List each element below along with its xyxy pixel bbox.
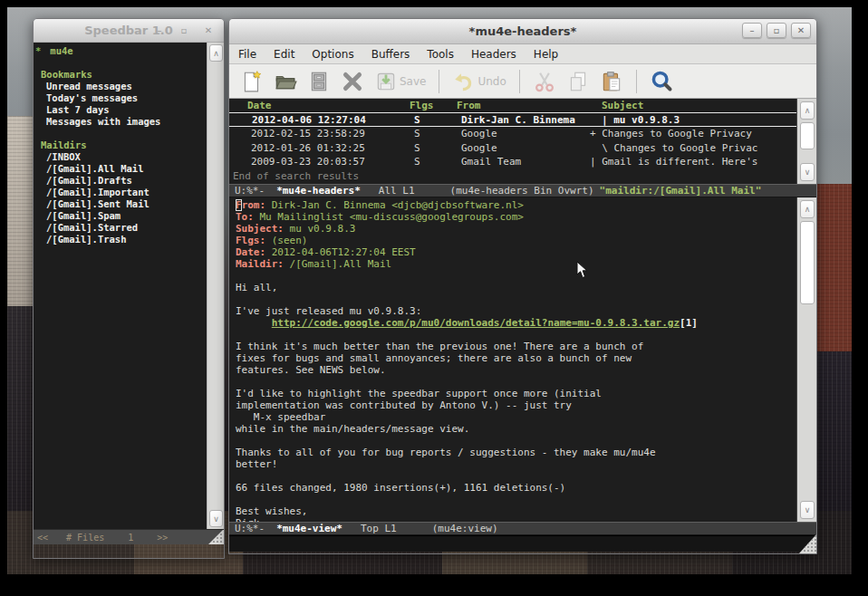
body-line: Best wishes, [236, 505, 795, 517]
expand-star-icon[interactable]: * [35, 45, 41, 56]
speedbar-item[interactable]: Unread messages [34, 81, 207, 92]
menu-item-help[interactable]: Help [534, 48, 558, 61]
row-from: Google [461, 141, 497, 156]
cut-icon [533, 70, 556, 93]
speedbar-item[interactable]: /INBOX [34, 151, 207, 163]
scrollbar-thumb[interactable] [800, 221, 815, 304]
header-row[interactable]: 2012-04-06 12:27:04SDirk-Jan C. Binnema|… [229, 113, 816, 128]
resize-grip[interactable] [208, 529, 224, 544]
speedbar-scrollbar[interactable]: ∧ ∨ [207, 43, 224, 529]
header-row[interactable]: 2012-02-15 23:58:29SGoogle+ Changes to G… [229, 127, 816, 141]
headers-scrollbar[interactable]: ∧ ∨ [796, 99, 816, 184]
speedbar-item[interactable]: /[Gmail].All Mail [34, 163, 207, 175]
view-modeline: U:%*-*mu4e-view*Top L1(mu4e:view) [229, 522, 816, 535]
emacs-window: *mu4e-headers* – ▫ ✕ FileEditOptionsBuff… [228, 18, 817, 554]
scroll-down-icon[interactable]: ∨ [800, 501, 815, 519]
menu-item-headers[interactable]: Headers [471, 48, 516, 61]
row-from: Dirk-Jan C. Binnema [461, 113, 575, 128]
speedbar-next-button[interactable]: >> [157, 533, 168, 543]
maximize-button[interactable]: ▫ [767, 23, 786, 38]
field-label: From: [236, 199, 265, 211]
undo-button[interactable]: Undo [452, 70, 506, 93]
minimize-button[interactable]: – [742, 23, 762, 38]
menu-item-file[interactable]: File [238, 48, 256, 61]
menu-item-options[interactable]: Options [312, 48, 353, 61]
undo-icon [452, 70, 476, 93]
field-value: 2012-04-06T12:27:04 EEST [265, 246, 416, 258]
close-buffer-button[interactable] [341, 70, 364, 93]
copy-button[interactable] [566, 70, 590, 93]
speedbar-item[interactable]: /[Gmail].Spam [34, 210, 207, 222]
file-cabinet-button[interactable] [307, 70, 331, 93]
field-label: Subject: [236, 223, 284, 235]
modeline-position: All L1 [379, 185, 415, 197]
column-from[interactable]: From [457, 99, 481, 113]
toolbar-separator [439, 70, 439, 93]
body-line: while in the main/headers/message view. [236, 423, 795, 435]
menu-item-buffers[interactable]: Buffers [371, 48, 410, 61]
scroll-up-icon[interactable]: ∧ [800, 101, 815, 120]
screen: Speedbar 1.0 – ▫ ✕ *mu4e BookmarksUnread… [0, 0, 868, 596]
cut-button[interactable] [533, 70, 556, 93]
field-label: Maildir: [236, 258, 284, 270]
close-button[interactable]: ✕ [791, 23, 811, 38]
column-subject[interactable]: Subject [602, 99, 643, 113]
body-line [236, 270, 795, 282]
body-line [236, 293, 795, 305]
speedbar-item[interactable]: /[Gmail].Starred [34, 222, 207, 234]
speedbar-item[interactable]: /[Gmail].Trash [34, 234, 207, 245]
column-date[interactable]: Date [247, 99, 272, 113]
save-button[interactable]: Save [374, 70, 426, 93]
scrollbar-thumb[interactable] [800, 122, 815, 149]
open-folder-button[interactable] [274, 70, 297, 93]
scroll-up-icon[interactable]: ∧ [209, 44, 223, 62]
field-label: To: [236, 211, 254, 223]
message-scrollbar[interactable]: ∧ ∨ [796, 197, 816, 522]
speedbar-root-mu4e[interactable]: *mu4e [34, 45, 207, 57]
link-indent [236, 317, 272, 329]
maximize-button[interactable]: ▫ [174, 23, 194, 38]
speedbar-files-label[interactable]: # Files [66, 533, 104, 543]
speedbar-item[interactable]: /[Gmail].Important [34, 187, 207, 198]
menu-item-edit[interactable]: Edit [274, 48, 294, 61]
speedbar-item[interactable]: /[Gmail].Sent Mail [34, 198, 207, 210]
field-value: mu v0.9.8.3 [284, 223, 355, 235]
scroll-down-icon[interactable]: ∨ [800, 163, 815, 181]
toolbar-separator [636, 70, 637, 93]
scroll-up-icon[interactable]: ∧ [800, 200, 815, 218]
modeline-modes: (mu4e-headers Bin Ovwrt) [450, 185, 594, 197]
speedbar-content: *mu4e BookmarksUnread messagesToday's me… [34, 43, 207, 529]
speedbar-heading-maildirs: Maildirs [34, 139, 207, 151]
blank-line [34, 57, 207, 69]
message-link[interactable]: http://code.google.com/p/mu0/downloads/d… [272, 317, 680, 329]
speedbar-prev-button[interactable]: << [37, 533, 48, 543]
emacs-titlebar[interactable]: *mu4e-headers* – ▫ ✕ [229, 19, 816, 44]
copy-icon [566, 70, 590, 93]
menu-item-tools[interactable]: Tools [427, 48, 454, 61]
echo-area[interactable] [229, 535, 816, 552]
search-button[interactable] [650, 69, 675, 94]
scroll-down-icon[interactable]: ∨ [209, 510, 223, 527]
message-field: From: Dirk-Jan C. Binnema <djcb@djcbsoft… [236, 199, 795, 211]
header-row[interactable]: 2012-01-26 01:32:25SGoogle \ Changes to … [229, 141, 816, 156]
undo-label: Undo [477, 75, 506, 88]
column-flags[interactable]: Flgs [410, 99, 434, 113]
body-line: Dirk. [236, 517, 795, 522]
message-field: Date: 2012-04-06T12:27:04 EEST [236, 246, 795, 258]
row-date: 2009-03-23 20:03:57 [251, 155, 365, 169]
speedbar-item[interactable]: Messages with images [34, 116, 207, 128]
speedbar-item[interactable]: /[Gmail].Drafts [34, 175, 207, 187]
row-subject: | Gmail is different. Here's [590, 155, 757, 169]
speedbar-titlebar[interactable]: Speedbar 1.0 – ▫ ✕ [34, 19, 224, 43]
body-line: better! [236, 458, 795, 470]
new-file-button[interactable] [240, 70, 264, 93]
speedbar-item[interactable]: Last 7 days [34, 104, 207, 116]
row-flags: S [414, 113, 420, 128]
paste-button[interactable] [600, 70, 623, 93]
header-row[interactable]: 2009-03-23 20:03:57SGmail Team| Gmail is… [229, 155, 816, 169]
close-button[interactable]: ✕ [198, 23, 218, 38]
speedbar-item[interactable]: Today's messages [34, 92, 207, 104]
body-line [236, 470, 795, 482]
minimize-button[interactable]: – [149, 23, 169, 38]
modeline-position: Top L1 [361, 523, 397, 534]
